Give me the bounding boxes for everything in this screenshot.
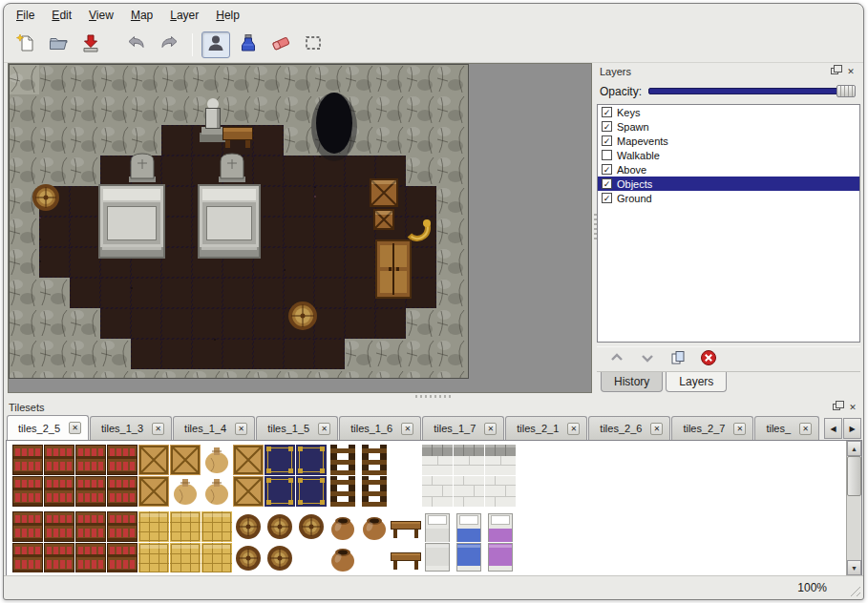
duplicate-layer-icon — [669, 349, 687, 370]
menu-help[interactable]: Help — [207, 5, 248, 26]
dock-tab-history[interactable]: History — [601, 372, 663, 392]
tileset-tab-tiles_2_6[interactable]: tiles_2_6✕ — [588, 416, 670, 440]
close-panel-button[interactable]: ✕ — [844, 65, 857, 77]
layer-visibility-checkbox[interactable]: ✓ — [602, 193, 612, 203]
tileset-vertical-scrollbar[interactable]: ▲ ▼ — [846, 441, 861, 575]
layer-name-label: Ground — [617, 193, 652, 204]
layer-row-walkable[interactable]: Walkable — [598, 148, 859, 162]
layer-row-keys[interactable]: ✓Keys — [598, 105, 859, 119]
move-up-icon — [608, 349, 625, 370]
layer-row-mapevents[interactable]: ✓Mapevents — [598, 134, 859, 148]
tileset-tab-tiles_2_5[interactable]: tiles_2_5✕ — [7, 415, 89, 440]
stamp-tool-button[interactable] — [201, 31, 230, 58]
layers-panel: Layers ✕ Opacity: ✓Keys✓Spawn✓MapeventsW… — [597, 63, 860, 394]
tab-close-icon[interactable]: ✕ — [69, 422, 81, 434]
opacity-row: Opacity: — [597, 81, 860, 101]
redo-button[interactable] — [155, 31, 183, 58]
fill-tool-button[interactable] — [234, 31, 263, 58]
tileset-tab-label: tiles_2_6 — [600, 423, 650, 434]
toolbar-separator — [192, 33, 193, 56]
tileset-tab-tiles_1_6[interactable]: tiles_1_6✕ — [339, 416, 421, 440]
tileset-canvas[interactable] — [7, 441, 847, 572]
delete-layer-button[interactable] — [696, 349, 720, 370]
layer-visibility-checkbox[interactable]: ✓ — [602, 164, 612, 175]
save-button[interactable] — [76, 31, 105, 58]
tileset-tab-strip: tiles_2_5✕tiles_1_3✕tiles_1_4✕tiles_1_5✕… — [7, 415, 824, 440]
tab-close-icon[interactable]: ✕ — [484, 423, 497, 435]
tab-close-icon[interactable]: ✕ — [799, 423, 812, 435]
move-layer-up-button[interactable] — [604, 349, 628, 370]
move-layer-down-button[interactable] — [635, 349, 659, 370]
scrollbar-track[interactable] — [847, 456, 861, 560]
undo-button[interactable] — [122, 31, 151, 58]
scroll-tabs-left-button[interactable]: ◀ — [824, 418, 842, 439]
tileset-tab-tiles_2_7[interactable]: tiles_2_7✕ — [671, 416, 753, 440]
scroll-tabs-right-button[interactable]: ▶ — [843, 418, 861, 439]
tileset-tab-label: tiles_1_3 — [101, 423, 152, 434]
resize-grip[interactable] — [848, 584, 860, 596]
close-icon: ✕ — [847, 67, 855, 76]
float-panel-button[interactable] — [828, 65, 841, 77]
opacity-slider-track[interactable] — [648, 88, 856, 94]
map-viewport — [8, 63, 592, 393]
tileset-tab-tiles_[interactable]: tiles_✕ — [754, 416, 819, 440]
splitter-grip — [415, 395, 454, 398]
close-icon: ✕ — [849, 403, 857, 412]
status-bar: 100% — [4, 575, 863, 599]
menu-file[interactable]: File — [8, 5, 43, 26]
layers-panel-title: Layers — [600, 66, 631, 77]
layer-row-objects[interactable]: ✓Objects — [598, 177, 859, 191]
tileset-tab-label: tiles_1_4 — [184, 423, 235, 434]
layer-visibility-checkbox[interactable]: ✓ — [602, 178, 612, 189]
tileset-tab-tiles_1_5[interactable]: tiles_1_5✕ — [256, 416, 338, 440]
scroll-down-button[interactable]: ▼ — [847, 560, 861, 575]
layer-name-label: Keys — [617, 107, 640, 118]
tileset-tab-tiles_1_4[interactable]: tiles_1_4✕ — [173, 416, 255, 440]
tilesets-panel: Tilesets ✕ tiles_2_5✕tiles_1_3✕tiles_1_4… — [6, 399, 862, 576]
tab-close-icon[interactable]: ✕ — [235, 423, 247, 435]
float-panel-button[interactable] — [830, 401, 843, 413]
tab-close-icon[interactable]: ✕ — [152, 423, 164, 435]
tileset-tab-label: tiles_2_5 — [18, 423, 69, 434]
layer-row-above[interactable]: ✓Above — [598, 162, 859, 177]
close-panel-button[interactable]: ✕ — [846, 401, 859, 413]
menu-edit[interactable]: Edit — [43, 5, 80, 26]
layer-visibility-checkbox[interactable]: ✓ — [602, 121, 612, 132]
opacity-slider[interactable] — [648, 85, 856, 97]
select-tool-button[interactable] — [299, 31, 328, 58]
tileset-tab-tiles_1_7[interactable]: tiles_1_7✕ — [422, 416, 504, 440]
scrollbar-thumb[interactable] — [847, 456, 861, 496]
tab-close-icon[interactable]: ✕ — [318, 423, 330, 435]
dock-tab-bar: HistoryLayers — [597, 372, 860, 394]
zoom-level: 100% — [797, 581, 827, 594]
scroll-up-button[interactable]: ▲ — [847, 441, 861, 456]
tab-close-icon[interactable]: ✕ — [733, 423, 746, 435]
layer-visibility-checkbox[interactable] — [602, 150, 612, 160]
tileset-viewport: ▲ ▼ — [6, 440, 862, 576]
duplicate-layer-button[interactable] — [666, 349, 689, 370]
tab-close-icon[interactable]: ✕ — [567, 423, 580, 435]
arrow-up-icon: ▲ — [851, 446, 857, 452]
tilesets-panel-titlebar: Tilesets ✕ — [6, 399, 862, 415]
menu-layer[interactable]: Layer — [161, 5, 207, 26]
layer-row-spawn[interactable]: ✓Spawn — [598, 119, 859, 134]
new-button[interactable] — [11, 31, 40, 58]
dock-tab-layers[interactable]: Layers — [666, 372, 727, 392]
layer-visibility-checkbox[interactable]: ✓ — [602, 107, 612, 117]
eraser-tool-button[interactable] — [266, 31, 295, 58]
map-canvas[interactable] — [9, 64, 591, 392]
layer-visibility-checkbox[interactable]: ✓ — [602, 135, 612, 146]
tileset-tab-tiles_1_3[interactable]: tiles_1_3✕ — [90, 416, 172, 440]
tileset-tab-label: tiles_2_7 — [683, 423, 733, 434]
tilesets-panel-title: Tilesets — [9, 402, 45, 413]
open-button[interactable] — [44, 31, 73, 58]
menu-view[interactable]: View — [80, 5, 122, 26]
layer-list[interactable]: ✓Keys✓Spawn✓MapeventsWalkable✓Above✓Obje… — [597, 104, 860, 343]
menu-map[interactable]: Map — [122, 5, 161, 26]
tileset-tab-tiles_2_1[interactable]: tiles_2_1✕ — [505, 416, 587, 440]
tab-close-icon[interactable]: ✕ — [650, 423, 663, 435]
opacity-slider-handle[interactable] — [836, 85, 856, 97]
layer-name-label: Above — [617, 164, 646, 176]
layer-row-ground[interactable]: ✓Ground — [598, 191, 859, 205]
tab-close-icon[interactable]: ✕ — [401, 423, 413, 435]
